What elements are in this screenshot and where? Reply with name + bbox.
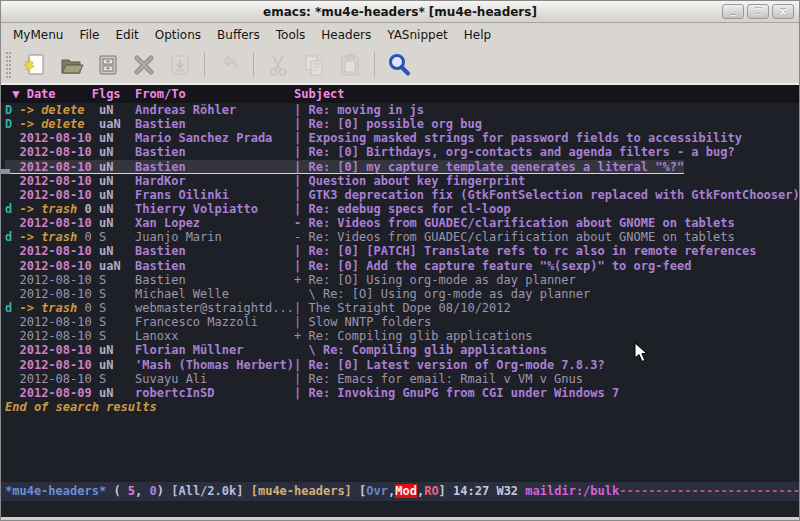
menu-help[interactable]: Help bbox=[456, 25, 499, 45]
menu-file[interactable]: File bbox=[71, 25, 107, 45]
close-icon[interactable] bbox=[126, 50, 162, 80]
toolbar-separator bbox=[374, 52, 375, 77]
message-row[interactable]: d -> trash 0 S webmaster@straightd...| T… bbox=[1, 301, 799, 315]
paste-icon bbox=[332, 50, 368, 80]
modeline-plain: 14:27 W32 bbox=[453, 484, 525, 498]
window-title: emacs: *mu4e-headers* [mu4e-headers] bbox=[263, 5, 537, 19]
modeline-dashes: ---------------------------- bbox=[619, 484, 799, 498]
message-row[interactable]: 2012-08-10 S Bastien + Re: [O] Using org… bbox=[1, 273, 799, 287]
minimize-button[interactable]: _ bbox=[722, 4, 744, 19]
message-row[interactable]: 2012-08-10 uN Mario Sanchez Prada | Expo… bbox=[1, 131, 799, 145]
message-row[interactable]: D -> delete uaN Bastien | Re: [0] possib… bbox=[1, 117, 799, 131]
menu-edit[interactable]: Edit bbox=[108, 25, 147, 45]
menu-headers[interactable]: Headers bbox=[313, 25, 379, 45]
message-row[interactable]: 2012-08-10 S Suvayu Ali | Re: Emacs for … bbox=[1, 372, 799, 386]
message-row[interactable]: 2012-08-10 uN Florian Müllner \ Re: Comp… bbox=[1, 343, 799, 357]
message-row[interactable]: 2012-08-10 uaN Bastien | Re: [0] Add the… bbox=[1, 259, 799, 273]
modeline-plain: ( bbox=[106, 484, 128, 498]
close-button[interactable]: x bbox=[772, 4, 794, 19]
menu-yasnippet[interactable]: YASnippet bbox=[379, 25, 456, 45]
menu-buffers[interactable]: Buffers bbox=[209, 25, 268, 45]
message-row[interactable]: 2012-08-10 uN Xan Lopez - Re: Videos fro… bbox=[1, 216, 799, 230]
maximize-button[interactable]: □ bbox=[747, 4, 769, 19]
window-controls: _□x bbox=[722, 4, 794, 19]
message-row[interactable]: 2012-08-10 S Michael Welle \ Re: [O] Usi… bbox=[1, 287, 799, 301]
mode-line[interactable]: *mu4e-headers* ( 5, 0) [All/2.0k] [mu4e-… bbox=[1, 482, 799, 501]
modeline-blue: Ovr bbox=[366, 484, 388, 498]
message-row[interactable]: 2012-08-10 uN Bastien | Re: [0] Birthday… bbox=[1, 145, 799, 159]
modeline-plain: , bbox=[135, 484, 149, 498]
emacs-window: emacs: *mu4e-headers* [mu4e-headers] _□x… bbox=[0, 0, 800, 521]
modeline-plain: ) bbox=[157, 484, 171, 498]
menu-bar: MyMenuFileEditOptionsBuffersToolsHeaders… bbox=[1, 23, 799, 46]
message-row[interactable]: 2012-08-10 uN Frans Oilinki | GTK3 depre… bbox=[1, 188, 799, 202]
cut-icon bbox=[260, 50, 296, 80]
undo-icon bbox=[211, 50, 247, 80]
modeline-ro: RO bbox=[424, 484, 438, 498]
toolbar-separator bbox=[253, 52, 254, 77]
copy-icon bbox=[296, 50, 332, 80]
message-row[interactable]: 2012-08-09 uN robertcInSD | Re: Invoking… bbox=[1, 386, 799, 400]
toolbar bbox=[1, 46, 799, 85]
message-row[interactable]: D -> delete uN Andreas Röhler | Re: movi… bbox=[1, 103, 799, 117]
buffer-area: ▼ Date Flgs From/To Subject D -> delete … bbox=[1, 85, 799, 517]
modeline-plain: ] bbox=[439, 484, 453, 498]
window-bottom-border bbox=[1, 517, 799, 520]
modeline-pink: 5 bbox=[128, 484, 135, 498]
headers-column-row[interactable]: ▼ Date Flgs From/To Subject bbox=[1, 85, 799, 103]
end-of-search-results: End of search results bbox=[1, 400, 799, 414]
modeline-violet: 0 bbox=[150, 484, 157, 498]
menu-mymenu[interactable]: MyMenu bbox=[5, 25, 71, 45]
modeline-tan: [mu4e-headers] bbox=[251, 484, 359, 498]
toolbar-grip[interactable] bbox=[6, 52, 11, 78]
message-list: D -> delete uN Andreas Röhler | Re: movi… bbox=[1, 103, 799, 482]
menu-tools[interactable]: Tools bbox=[268, 25, 314, 45]
message-row-current[interactable]: 2012-08-10 uN Bastien | Re: [0] my captu… bbox=[1, 160, 799, 174]
message-row[interactable]: d -> trash 0 S Juanjo Marin - Re: Videos… bbox=[1, 230, 799, 244]
save-as-icon bbox=[162, 50, 198, 80]
message-row[interactable]: 2012-08-10 S Francesco Mazzoli | Slow NN… bbox=[1, 315, 799, 329]
message-row[interactable]: 2012-08-10 S Lanoxx + Re: Compiling glib… bbox=[1, 329, 799, 343]
title-bar[interactable]: emacs: *mu4e-headers* [mu4e-headers] _□x bbox=[1, 1, 799, 23]
search-icon[interactable] bbox=[381, 50, 417, 80]
open-folder-icon[interactable] bbox=[54, 50, 90, 80]
message-row[interactable]: 2012-08-10 uN HardKor | Question about k… bbox=[1, 174, 799, 188]
toolbar-separator bbox=[204, 52, 205, 77]
modeline-lavender: [All/2.0k] bbox=[171, 484, 250, 498]
save-icon[interactable] bbox=[90, 50, 126, 80]
modeline-maildir: maildir:/bulk bbox=[525, 484, 619, 498]
message-row[interactable]: d -> trash 0 uN Thierry Volpiatto | Re: … bbox=[1, 202, 799, 216]
menu-options[interactable]: Options bbox=[147, 25, 209, 45]
new-file-icon[interactable] bbox=[18, 50, 54, 80]
message-row[interactable]: 2012-08-10 uN Bastien | Re: [0] [PATCH] … bbox=[1, 244, 799, 258]
echo-area[interactable] bbox=[1, 501, 799, 517]
modeline-buffer: *mu4e-headers* bbox=[5, 484, 106, 498]
modeline-mod: Mod bbox=[395, 484, 417, 498]
message-row[interactable]: 2012-08-10 uN 'Mash (Thomas Herbert)| Re… bbox=[1, 358, 799, 372]
